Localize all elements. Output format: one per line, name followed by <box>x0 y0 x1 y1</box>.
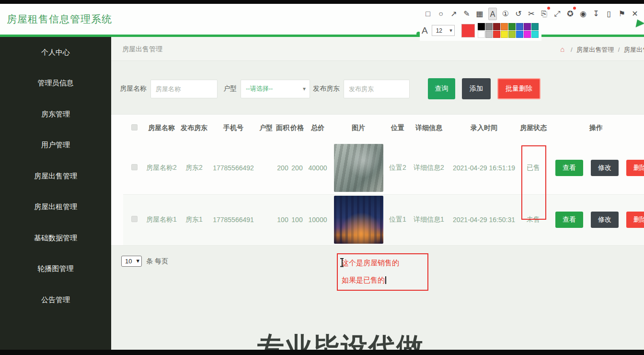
page-size-select[interactable]: 10 <box>121 256 142 267</box>
page-size-value: 10 <box>125 258 132 265</box>
sidebar-item-label: 房东管理 <box>41 110 70 119</box>
text-tool-icon[interactable]: A <box>488 8 497 20</box>
home-icon[interactable]: ⌂ <box>560 45 564 53</box>
status-annotation-rectangle <box>521 145 546 220</box>
main-content: 房屋出售管理 ⌂ / 房屋出售管理 / 房屋出售 房屋名称 户型 --请选择--… <box>111 37 644 350</box>
page-title: 房屋出售管理 <box>122 45 162 54</box>
landlord-input[interactable] <box>344 80 410 98</box>
per-page-label: 条 每页 <box>146 257 168 266</box>
edit-button[interactable]: 修改 <box>591 212 619 228</box>
cell-price: 100 <box>290 194 304 245</box>
col-header-total: 总价 <box>304 115 331 142</box>
house-type-select[interactable]: --请选择-- <box>241 80 310 98</box>
delete-button[interactable]: 删除 <box>626 212 644 228</box>
filter-row: 房屋名称 户型 --请选择-- 发布房东 查询 添加 批量删除 <box>120 78 644 99</box>
crop-icon[interactable]: ✂ <box>527 8 536 20</box>
font-size-select[interactable]: 12 <box>432 25 455 36</box>
number-badge-tool-icon[interactable]: ① <box>501 8 510 20</box>
cell-location: 位置1 <box>386 194 410 245</box>
palette-swatch[interactable] <box>478 31 485 38</box>
select-all-checkbox[interactable] <box>131 124 138 130</box>
monitor-icon[interactable]: ▯ <box>605 8 613 20</box>
house-type-select-value: --请选择-- <box>246 84 273 93</box>
mouse-cursor <box>635 19 644 29</box>
page-title-bar: 房屋出售管理 ⌂ / 房屋出售管理 / 房屋出售 <box>111 37 644 61</box>
sidebar-item-notice-mgmt[interactable]: 公告管理 <box>0 284 111 316</box>
close-icon[interactable]: ✕ <box>631 8 639 20</box>
arrow-tool-icon[interactable]: ↗ <box>449 8 458 20</box>
sidebar-item-carousel-mgmt[interactable]: 轮播图管理 <box>0 254 111 285</box>
row-checkbox[interactable] <box>131 216 138 222</box>
current-color-swatch[interactable] <box>461 24 475 37</box>
cell-details: 详细信息1 <box>410 194 448 245</box>
landlord-label: 发布房东 <box>313 84 340 93</box>
query-button[interactable]: 查询 <box>428 78 455 99</box>
cell-house-name: 房屋名称2 <box>145 142 178 194</box>
palette-swatch[interactable] <box>485 23 493 30</box>
sidebar-item-admin-info[interactable]: 管理员信息 <box>0 68 111 99</box>
sidebar-item-house-sale-mgmt[interactable]: 房屋出售管理 <box>0 161 111 192</box>
view-button[interactable]: 查看 <box>555 212 583 228</box>
row-checkbox[interactable] <box>131 164 138 170</box>
cell-house-name: 房屋名称1 <box>145 194 178 245</box>
ellipse-tool-icon[interactable]: ○ <box>437 8 445 20</box>
palette-swatch[interactable] <box>501 23 508 30</box>
undo-icon[interactable]: ↺ <box>514 8 523 20</box>
record-icon[interactable]: ◉ <box>579 8 587 20</box>
font-size-value: 12 <box>436 27 442 34</box>
breadcrumb-separator: / <box>571 46 573 53</box>
cell-landlord: 房东2 <box>178 142 210 194</box>
copy-icon[interactable]: ⎘ <box>540 8 549 20</box>
house-photo <box>334 196 383 244</box>
expand-icon[interactable]: ⤢ <box>553 8 562 20</box>
sidebar-item-label: 房屋出租管理 <box>34 202 77 212</box>
mosaic-tool-icon[interactable]: ▦ <box>475 8 484 20</box>
palette-swatch[interactable] <box>531 23 539 30</box>
bottom-black-strip <box>0 350 644 355</box>
sidebar-item-personal-center[interactable]: 个人中心 <box>0 37 111 68</box>
palette-swatch[interactable] <box>516 31 523 38</box>
cell-price: 200 <box>290 142 304 194</box>
cell-time: 2021-04-29 16:50:31 <box>448 194 520 245</box>
palette-swatch[interactable] <box>531 31 539 38</box>
palette-swatch[interactable] <box>493 23 500 30</box>
cell-type <box>256 142 276 194</box>
sidebar-item-house-rent-mgmt[interactable]: 房屋出租管理 <box>0 192 111 223</box>
palette-swatch[interactable] <box>516 23 523 30</box>
cell-total: 40000 <box>304 142 331 194</box>
pin-icon[interactable]: ✪ <box>566 8 575 20</box>
cell-total: 10000 <box>304 194 331 245</box>
palette-swatch[interactable] <box>508 31 516 38</box>
annotation-toolbar: □ ○ ↗ ✎ ▦ A ① ↺ ✂ ⎘ ⤢ ✪ ◉ ↧ ▯ ⚑ ✕ <box>424 8 639 20</box>
sidebar-item-user-mgmt[interactable]: 用户管理 <box>0 130 111 161</box>
breadcrumb-item-house-sale[interactable]: 房屋出售管理 <box>576 46 614 53</box>
palette-swatch[interactable] <box>524 31 531 38</box>
rectangle-tool-icon[interactable]: □ <box>424 8 432 20</box>
edit-button[interactable]: 修改 <box>591 160 619 176</box>
font-icon[interactable]: A <box>422 25 428 36</box>
sidebar-item-landlord-mgmt[interactable]: 房东管理 <box>0 99 111 130</box>
house-name-input[interactable] <box>150 80 218 98</box>
color-palette <box>478 23 539 38</box>
palette-swatch[interactable] <box>485 31 493 38</box>
palette-swatch[interactable] <box>524 23 531 30</box>
delete-button[interactable]: 删除 <box>626 160 644 176</box>
cell-type <box>256 194 276 245</box>
save-icon[interactable]: ↧ <box>592 8 600 20</box>
col-header-location: 位置 <box>386 115 410 142</box>
breadcrumb-item-current[interactable]: 房屋出售 <box>624 46 644 53</box>
view-button[interactable]: 查看 <box>555 160 583 176</box>
bookmark-icon[interactable]: ⚑ <box>618 8 626 20</box>
annotation-note-box[interactable]: 这个是房屋销售的 如果是已售的 <box>337 253 428 291</box>
batch-delete-button[interactable]: 批量删除 <box>497 78 540 99</box>
col-header-name: 房屋名称 <box>145 115 178 142</box>
palette-swatch[interactable] <box>508 23 516 30</box>
palette-swatch[interactable] <box>493 31 500 38</box>
typing-caret <box>385 276 386 284</box>
col-header-type: 户型 <box>256 115 276 142</box>
add-button[interactable]: 添加 <box>462 78 491 99</box>
palette-swatch[interactable] <box>478 23 485 30</box>
palette-swatch[interactable] <box>501 31 508 38</box>
sidebar-item-base-data-mgmt[interactable]: 基础数据管理 <box>0 223 111 254</box>
pen-tool-icon[interactable]: ✎ <box>462 8 471 20</box>
